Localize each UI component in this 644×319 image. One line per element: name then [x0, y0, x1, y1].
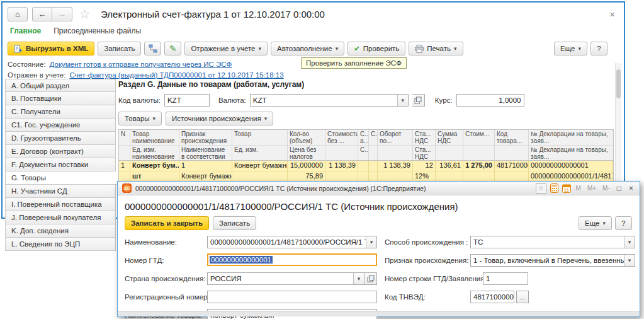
open-currency-button[interactable]: [412, 94, 425, 107]
chevron-down-icon[interactable]: ▾: [397, 95, 408, 106]
export-xml-button[interactable]: Выгрузить в XML: [8, 42, 94, 55]
rate-input[interactable]: 1,0000: [456, 94, 524, 107]
back-button[interactable]: ←: [32, 7, 52, 21]
goods-table[interactable]: N Товар наименованиеЕд. изм. наименовани…: [118, 129, 614, 183]
save-and-close-button[interactable]: Записать и закрыть: [125, 216, 209, 230]
gtd-line-number-label: Номер строки ГТД/Заявления:: [385, 275, 487, 282]
chevron-down-icon: ▾: [153, 115, 156, 122]
cell-n[interactable]: 1: [119, 161, 130, 171]
chevron-down-icon: ▾: [602, 220, 606, 226]
structure-button[interactable]: [144, 42, 161, 55]
tab-main[interactable]: Главное: [10, 26, 41, 35]
dialog-save-button[interactable]: Записать: [213, 216, 256, 230]
cell-vat-rate[interactable]: 12: [413, 161, 435, 171]
xml-export-icon: [14, 45, 23, 53]
save-close-label: Записать и закрыть: [131, 219, 203, 227]
sidebar-item-e-contract[interactable]: E. Договор (контракт): [5, 145, 116, 158]
dialog-help-button[interactable]: ?: [615, 216, 632, 230]
dialog-save-label: Записать: [219, 219, 250, 227]
cell-total[interactable]: 1 275,00: [463, 161, 494, 171]
sidebar-item-j-buyer-attorney[interactable]: J. Поверенный покупателя: [5, 211, 116, 224]
state-link[interactable]: Документ готов к отправке получателю чер…: [50, 61, 232, 68]
goods-table-row[interactable]: 1 Конверт бум...шт 1Конверт бумажный Кон…: [119, 161, 613, 182]
calculator-button[interactable]: [550, 183, 558, 193]
dialog-more-button[interactable]: Еще▾: [579, 216, 612, 230]
cell-goods[interactable]: Конверт бумажный: [232, 161, 287, 171]
dialog-close-button[interactable]: ×: [629, 184, 633, 193]
sidebar-item-f-delivery-docs[interactable]: F. Документы поставки: [5, 158, 116, 171]
sidebar-item-h-participants[interactable]: H. Участники СД: [5, 185, 116, 198]
esf-reg-number-input[interactable]: [207, 291, 377, 303]
sidebar-item-b-suppliers[interactable]: B. Поставщики: [5, 92, 116, 105]
cell-s1[interactable]: [358, 161, 368, 171]
sidebar-item-a-general[interactable]: A. Общий раздел: [5, 79, 116, 92]
save-button[interactable]: Записать: [98, 42, 141, 55]
origin-method-combo[interactable]: ТС▾: [470, 236, 635, 248]
autofill-label: Автозаполнение: [277, 45, 332, 52]
back-arrow-icon: ←: [38, 9, 47, 19]
restore-window-button[interactable]: □: [617, 184, 621, 193]
1c-logo-icon: 1С: [122, 183, 132, 193]
tnved-ellipsis-button[interactable]: ...: [516, 291, 529, 303]
cell-goods-code[interactable]: 4817100000: [495, 161, 528, 171]
cell-vat-sum[interactable]: 136,61: [436, 161, 463, 171]
status-line-reflected: Отражен в учете: Счет-фактура (выданный)…: [8, 71, 284, 79]
sidebar-item-i-supplier-attorney[interactable]: I. Поверенный поставщика: [5, 198, 116, 211]
memory-m-button[interactable]: M: [576, 185, 581, 192]
cell-quantity[interactable]: 15,000000: [288, 161, 325, 171]
memory-m-minus-button[interactable]: M-: [602, 185, 610, 192]
origin-country-combo[interactable]: РОССИЯ▾: [207, 272, 377, 285]
favorite-star-icon[interactable]: ☆: [79, 7, 90, 21]
origin-sign-label: Признак происхождения:: [385, 257, 468, 264]
check-button[interactable]: ✔Проверить: [347, 42, 405, 55]
cell-origin-sign[interactable]: 1: [179, 161, 232, 171]
forward-button[interactable]: →: [52, 7, 72, 21]
dialog-titlebar[interactable]: 1С 0000000000000001/1/4817100000/РОССИЯ/…: [118, 182, 640, 195]
chevron-down-icon[interactable]: ▾: [353, 273, 364, 284]
sidebar-item-c-recipients[interactable]: C. Получатели: [5, 105, 116, 119]
tab-attached-files[interactable]: Присоединенные файлы: [54, 26, 141, 35]
reflected-link[interactable]: Счет-фактура (выданный) ТДП00000001 от 1…: [69, 71, 283, 79]
gtd-number-input[interactable]: 000000000000001: [207, 253, 377, 266]
origin-sign-combo[interactable]: 1 - Товар, включенный в Перечень, ввезен…: [470, 254, 635, 267]
history-nav: ← →: [32, 7, 72, 21]
cell-goods-name[interactable]: Конверт бум...: [130, 161, 179, 171]
reflect-in-accounting-button[interactable]: Отражение в учете▾: [184, 42, 268, 55]
scrollbar-thumb[interactable]: [616, 69, 621, 98]
gtd-line-number-input[interactable]: 1: [483, 272, 528, 285]
sidebar-item-c1-gov[interactable]: C1. Гос. учреждение: [5, 119, 116, 132]
more-button[interactable]: Еще▾: [554, 42, 587, 55]
edit-button[interactable]: ✎: [164, 42, 181, 55]
goods-menu-button[interactable]: Товары▾: [118, 112, 162, 125]
window-header: ⌂ ← → ☆ Электронный счет-фактура 1 от 12…: [8, 6, 325, 21]
sidebar-item-k-additional[interactable]: K. Доп. сведения: [5, 224, 116, 238]
favorite-button[interactable]: ☆: [536, 183, 546, 194]
tnved-code-input[interactable]: 4817100000 ...: [470, 291, 529, 303]
name-combo[interactable]: 0000000000000001/1/4817100000/РОССИЯ/1 Т…: [207, 236, 377, 248]
cell-cost[interactable]: 1 138,39: [325, 161, 358, 171]
sidebar-item-d-shipper[interactable]: D. Грузоотправитель: [5, 132, 116, 145]
autofill-button[interactable]: Автозаполнение▾: [271, 42, 344, 55]
chevron-down-icon[interactable]: ▾: [624, 236, 635, 248]
currency-code-input[interactable]: KZT: [164, 94, 210, 107]
home-button[interactable]: ⌂: [8, 7, 28, 21]
memory-m-plus-button[interactable]: M+: [587, 185, 596, 192]
sidebar-item-g-goods[interactable]: G. Товары: [5, 171, 118, 185]
cell-turnover[interactable]: 1 138,39: [378, 161, 412, 171]
origin-method-value: ТС: [473, 238, 624, 246]
window-close-button[interactable]: ×: [609, 9, 615, 20]
gtd-line-number-value: 1: [486, 275, 490, 282]
help-button[interactable]: ?: [590, 42, 607, 55]
chevron-down-icon[interactable]: ▾: [366, 236, 376, 248]
currency-combo[interactable]: KZT ▾: [250, 94, 409, 107]
col-header: Оборот по...: [378, 130, 412, 146]
calendar-button[interactable]: 31: [562, 183, 571, 193]
sidebar-item-l-signature[interactable]: L. Сведения по ЭЦП: [5, 238, 116, 251]
cell-s2[interactable]: [369, 161, 377, 171]
print-button[interactable]: Печать▾: [409, 42, 463, 55]
open-country-button[interactable]: [364, 272, 377, 285]
chevron-down-icon[interactable]: ▾: [624, 255, 635, 266]
cell-declaration[interactable]: 000000000000001: [529, 161, 613, 171]
currency-row: Код валюты: KZT Валюта: KZT ▾ Курс: 1,00…: [118, 94, 614, 107]
origin-sources-menu-button[interactable]: Источники происхождения▾: [166, 112, 273, 125]
